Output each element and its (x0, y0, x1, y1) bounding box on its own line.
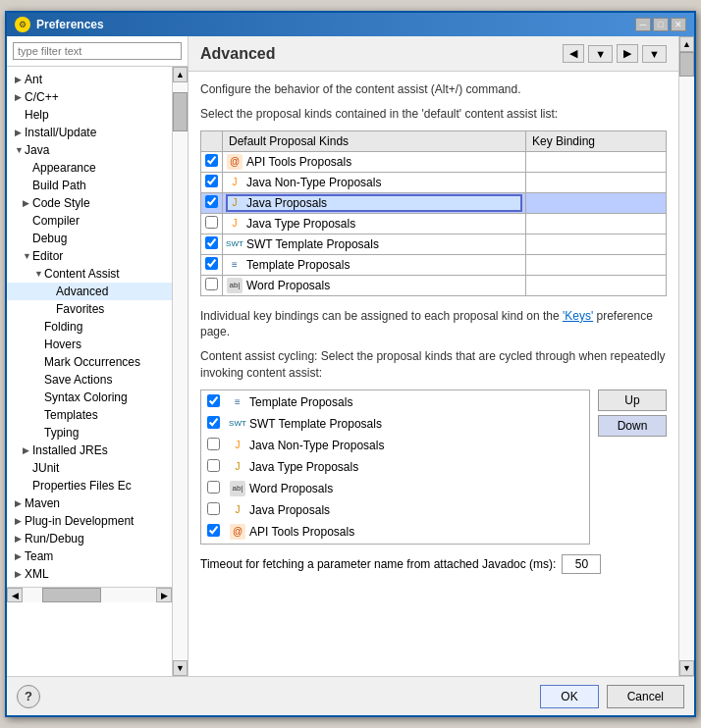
proposal-checkbox-4[interactable] (205, 236, 218, 249)
cycle-checkbox-3[interactable] (207, 459, 220, 472)
keys-link[interactable]: 'Keys' (563, 309, 593, 323)
sidebar-item-folding[interactable]: Folding (7, 318, 172, 336)
proposal-label: Java Type Proposals (246, 217, 355, 231)
panel-scroll-thumb[interactable] (679, 52, 694, 77)
cycle-checkbox-2[interactable] (207, 438, 220, 450)
help-button[interactable]: ? (17, 685, 40, 708)
panel-scrollbar: ▲ ▼ (678, 36, 694, 676)
scroll-h-thumb[interactable] (42, 588, 101, 602)
sidebar-item-label: Favorites (56, 302, 104, 316)
proposal-checkbox-2[interactable] (205, 195, 218, 208)
proposal-icon: J (227, 195, 243, 211)
cycle-checkbox-cell (203, 457, 224, 477)
cycle-icon: ≡ (230, 394, 245, 410)
forward-dropdown-button[interactable]: ▼ (642, 45, 667, 63)
maximize-button[interactable]: □ (653, 18, 669, 31)
sidebar-item-label: Syntax Coloring (44, 390, 128, 404)
scroll-thumb[interactable] (173, 92, 188, 131)
ok-button[interactable]: OK (540, 685, 598, 708)
sidebar-item-advanced[interactable]: Advanced (7, 283, 172, 300)
cycle-icon: J (230, 438, 245, 453)
sidebar-item-propertiesfiles[interactable]: Properties Files Ec (7, 477, 172, 494)
sidebar-item-appearance[interactable]: Appearance (7, 159, 172, 177)
cycle-checkbox-1[interactable] (207, 416, 220, 429)
cycle-checkbox-5[interactable] (207, 502, 220, 515)
sidebar-item-saveactions[interactable]: Save Actions (7, 371, 172, 389)
title-bar: ⚙ Preferences ─ □ ✕ (7, 13, 694, 36)
sidebar-item-team[interactable]: ▶Team (7, 547, 172, 565)
cycle-label-cell: SWTSWT Template Proposals (226, 414, 587, 434)
proposal-keybinding (525, 213, 666, 234)
desc2: Select the proposal kinds contained in t… (200, 106, 667, 123)
sidebar-item-installedjres[interactable]: ▶Installed JREs (7, 442, 172, 459)
sidebar-item-compiler[interactable]: Compiler (7, 212, 172, 230)
timeout-input[interactable] (562, 554, 601, 574)
cycle-checkbox-cell (203, 414, 224, 434)
panel-scroll-track (679, 52, 694, 660)
sidebar-item-label: Team (25, 549, 53, 563)
up-button[interactable]: Up (598, 390, 667, 411)
cycle-checkbox-6[interactable] (207, 524, 220, 537)
proposal-row: JJava Proposals (227, 195, 521, 211)
scroll-left-arrow[interactable]: ◀ (7, 588, 23, 602)
back-button[interactable]: ◀ (563, 44, 584, 63)
filter-input[interactable] (13, 42, 182, 60)
close-button[interactable]: ✕ (671, 18, 686, 31)
sidebar-item-syntaxcoloring[interactable]: Syntax Coloring (7, 389, 172, 406)
sidebar-item-typing[interactable]: Typing (7, 424, 172, 442)
sidebar-item-label: Compiler (32, 214, 80, 228)
minimize-button[interactable]: ─ (635, 18, 651, 31)
sidebar-item-java[interactable]: ▼Java (7, 141, 172, 159)
cycle-checkbox-cell (203, 479, 224, 498)
cycle-label: Java Non-Type Proposals (249, 439, 384, 452)
sidebar-item-maven[interactable]: ▶Maven (7, 494, 172, 512)
sidebar-item-templates[interactable]: Templates (7, 406, 172, 424)
sidebar-item-xml[interactable]: ▶XML (7, 565, 172, 583)
sidebar-item-favorites[interactable]: Favorites (7, 300, 172, 318)
sidebar-item-junit[interactable]: JUnit (7, 459, 172, 477)
sidebar-item-label: XML (25, 567, 49, 581)
panel-body: Configure the behavior of the content as… (189, 72, 678, 676)
sidebar-item-install[interactable]: ▶Install/Update (7, 124, 172, 141)
sidebar-item-contentassist[interactable]: ▼Content Assist (7, 265, 172, 283)
proposal-checkbox-1[interactable] (205, 175, 218, 187)
proposal-checkbox-0[interactable] (205, 154, 218, 167)
timeout-row: Timeout for fetching a parameter name fr… (200, 554, 667, 574)
down-button[interactable]: Down (598, 415, 667, 437)
sidebar-item-plugindevelopment[interactable]: ▶Plug-in Development (7, 512, 172, 530)
sidebar-item-debug[interactable]: Debug (7, 230, 172, 247)
cycle-row: SWTSWT Template Proposals (203, 414, 587, 434)
proposal-checkbox-5[interactable] (205, 257, 218, 270)
cancel-button[interactable]: Cancel (607, 685, 684, 708)
scroll-up-arrow[interactable]: ▲ (173, 67, 188, 82)
sidebar-item-ant[interactable]: ▶Ant (7, 71, 172, 88)
sidebar-item-label: Debug (32, 232, 67, 245)
proposal-checkbox-6[interactable] (205, 278, 218, 290)
cycle-label: SWT Template Proposals (249, 417, 382, 431)
scroll-right-arrow[interactable]: ▶ (156, 588, 172, 602)
sidebar-item-help[interactable]: Help (7, 106, 172, 124)
sidebar-item-rundebug[interactable]: ▶Run/Debug (7, 530, 172, 547)
cycle-label-cell: ≡Template Proposals (226, 392, 587, 412)
cycle-checkbox-0[interactable] (207, 394, 220, 407)
cycling-table: ≡Template ProposalsSWTSWT Template Propo… (200, 390, 590, 545)
forward-button[interactable]: ▶ (617, 44, 638, 63)
proposal-table: Default Proposal Kinds Key Binding @API … (200, 130, 667, 296)
proposal-label-cell: ab|Word Proposals (223, 275, 526, 295)
sidebar-item-markoccurrences[interactable]: Mark Occurrences (7, 353, 172, 371)
sidebar-item-codestyle[interactable]: ▶Code Style (7, 194, 172, 212)
cycle-checkbox-4[interactable] (207, 481, 220, 494)
cycle-icon: J (230, 502, 245, 518)
sidebar-item-hovers[interactable]: Hovers (7, 336, 172, 353)
sidebar-item-editor[interactable]: ▼Editor (7, 247, 172, 265)
panel-scroll-up[interactable]: ▲ (679, 36, 694, 52)
panel-scroll-down[interactable]: ▼ (679, 660, 694, 676)
sidebar-item-buildpath[interactable]: Build Path (7, 177, 172, 194)
cycle-row: @API Tools Proposals (203, 522, 587, 542)
dropdown-button[interactable]: ▼ (588, 45, 613, 63)
sidebar-item-cpp[interactable]: ▶C/C++ (7, 88, 172, 106)
sidebar-item-label: Installed JREs (32, 443, 108, 457)
cycle-row-content: SWTSWT Template Proposals (230, 416, 583, 432)
scroll-down-arrow[interactable]: ▼ (173, 660, 188, 676)
proposal-checkbox-3[interactable] (205, 216, 218, 229)
